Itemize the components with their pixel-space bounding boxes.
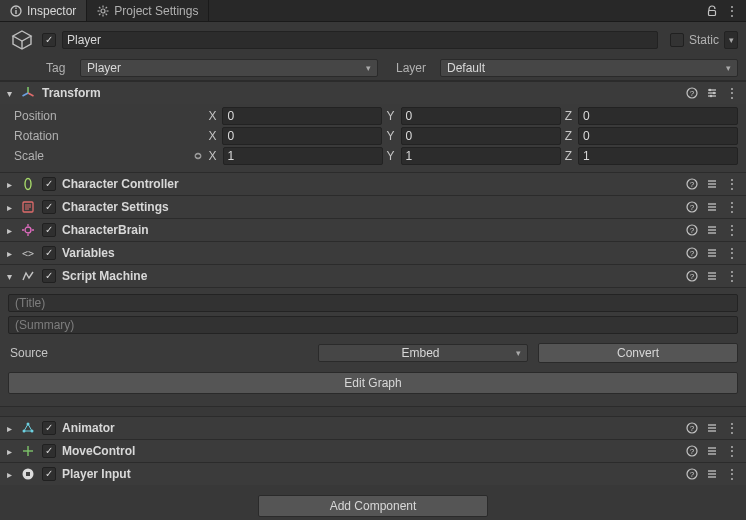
svg-text:?: ? (690, 180, 695, 189)
component-header-character-brain[interactable]: ▸ ✓ CharacterBrain ?⋮ (0, 219, 746, 241)
component-header-script-machine[interactable]: ▾ ✓ Script Machine ?⋮ (0, 265, 746, 287)
help-icon[interactable]: ? (686, 201, 698, 213)
svg-rect-2 (15, 7, 16, 8)
svg-text:?: ? (690, 203, 695, 212)
component-header-move-control[interactable]: ▸ ✓ MoveControl ?⋮ (0, 440, 746, 462)
help-icon[interactable]: ? (686, 422, 698, 434)
rotation-y-field[interactable] (401, 127, 561, 145)
svg-line-10 (99, 13, 100, 14)
rotation-label: Rotation (14, 129, 189, 143)
preset-icon[interactable] (706, 247, 718, 259)
component-enabled-checkbox[interactable]: ✓ (42, 177, 56, 191)
axis-x-label: X (209, 149, 219, 163)
context-menu-icon[interactable]: ⋮ (726, 86, 738, 100)
context-menu-icon[interactable]: ⋮ (726, 200, 738, 214)
scale-label: Scale (14, 149, 187, 163)
position-y-field[interactable] (401, 107, 561, 125)
chevron-down-icon: ▾ (726, 63, 731, 73)
preset-icon[interactable] (706, 201, 718, 213)
component-header-transform[interactable]: ▾ Transform ? ⋮ (0, 82, 746, 104)
component-header-character-settings[interactable]: ▸ ✓ Character Settings ?⋮ (0, 196, 746, 218)
gameobject-name-field[interactable] (62, 31, 658, 49)
scale-y-field[interactable] (401, 147, 561, 165)
help-icon[interactable]: ? (686, 87, 698, 99)
tag-dropdown[interactable]: Player ▾ (80, 59, 378, 77)
component-title: CharacterBrain (62, 223, 680, 237)
preset-icon[interactable] (706, 422, 718, 434)
axis-z-label: Z (565, 109, 575, 123)
help-icon[interactable]: ? (686, 468, 698, 480)
svg-point-24 (713, 92, 715, 94)
lock-icon[interactable] (706, 5, 718, 17)
svg-text:?: ? (690, 89, 695, 98)
help-icon[interactable]: ? (686, 445, 698, 457)
edit-graph-button[interactable]: Edit Graph (8, 372, 738, 394)
component-title: Animator (62, 421, 680, 435)
help-icon[interactable]: ? (686, 247, 698, 259)
foldout-closed-icon: ▸ (4, 446, 14, 457)
component-enabled-checkbox[interactable]: ✓ (42, 269, 56, 283)
script-icon (20, 199, 36, 215)
tag-label: Tag (46, 61, 72, 75)
preset-icon[interactable] (706, 445, 718, 457)
source-dropdown[interactable]: Embed ▾ (318, 344, 528, 362)
static-checkbox[interactable]: . (670, 33, 684, 47)
context-menu-icon[interactable]: ⋮ (726, 269, 738, 283)
position-x-field[interactable] (222, 107, 382, 125)
rotation-x-field[interactable] (222, 127, 382, 145)
panel-menu-icon[interactable]: ⋮ (726, 4, 738, 18)
preset-icon[interactable] (706, 270, 718, 282)
gameobject-enabled-checkbox[interactable]: ✓ (42, 33, 56, 47)
tab-project-settings[interactable]: Project Settings (87, 0, 209, 21)
animator-icon (20, 420, 36, 436)
help-icon[interactable]: ? (686, 178, 698, 190)
graph-summary-field[interactable]: (Summary) (8, 316, 738, 334)
component-header-animator[interactable]: ▸ ✓ Animator ?⋮ (0, 417, 746, 439)
position-label: Position (14, 109, 189, 123)
scale-x-field[interactable] (223, 147, 383, 165)
rotation-z-field[interactable] (578, 127, 738, 145)
component-enabled-checkbox[interactable]: ✓ (42, 223, 56, 237)
graph-title-field[interactable]: (Title) (8, 294, 738, 312)
constrain-proportions-icon[interactable] (191, 149, 205, 163)
component-enabled-checkbox[interactable]: ✓ (42, 421, 56, 435)
context-menu-icon[interactable]: ⋮ (726, 421, 738, 435)
component-enabled-checkbox[interactable]: ✓ (42, 200, 56, 214)
help-icon[interactable]: ? (686, 224, 698, 236)
component-header-player-input[interactable]: ▸ ✓ Player Input ?⋮ (0, 463, 746, 485)
move-control-icon (20, 443, 36, 459)
svg-text:?: ? (690, 447, 695, 456)
context-menu-icon[interactable]: ⋮ (726, 223, 738, 237)
position-z-field[interactable] (578, 107, 738, 125)
context-menu-icon[interactable]: ⋮ (726, 467, 738, 481)
component-enabled-checkbox[interactable]: ✓ (42, 444, 56, 458)
preset-icon[interactable] (706, 87, 718, 99)
component-enabled-checkbox[interactable]: ✓ (42, 467, 56, 481)
component-title: Player Input (62, 467, 680, 481)
foldout-closed-icon: ▸ (4, 423, 14, 434)
tab-inspector[interactable]: Inspector (0, 0, 87, 21)
preset-icon[interactable] (706, 468, 718, 480)
source-value: Embed (401, 346, 439, 360)
axis-y-label: Y (386, 109, 396, 123)
axis-x-label: X (208, 129, 218, 143)
context-menu-icon[interactable]: ⋮ (726, 444, 738, 458)
axis-z-label: Z (565, 129, 575, 143)
component-header-variables[interactable]: ▸ <> ✓ Variables ?⋮ (0, 242, 746, 264)
component-header-character-controller[interactable]: ▸ ✓ Character Controller ?⋮ (0, 173, 746, 195)
convert-button[interactable]: Convert (538, 343, 738, 363)
context-menu-icon[interactable]: ⋮ (726, 246, 738, 260)
component-enabled-checkbox[interactable]: ✓ (42, 246, 56, 260)
context-menu-icon[interactable]: ⋮ (726, 177, 738, 191)
svg-point-23 (709, 89, 711, 91)
static-dropdown-icon[interactable]: ▾ (724, 31, 738, 49)
svg-line-66 (28, 424, 32, 431)
layer-dropdown[interactable]: Default ▾ (440, 59, 738, 77)
add-component-button[interactable]: Add Component (258, 495, 488, 517)
help-icon[interactable]: ? (686, 270, 698, 282)
source-label: Source (8, 346, 308, 360)
preset-icon[interactable] (706, 178, 718, 190)
preset-icon[interactable] (706, 224, 718, 236)
scale-z-field[interactable] (578, 147, 738, 165)
svg-line-8 (99, 7, 100, 8)
